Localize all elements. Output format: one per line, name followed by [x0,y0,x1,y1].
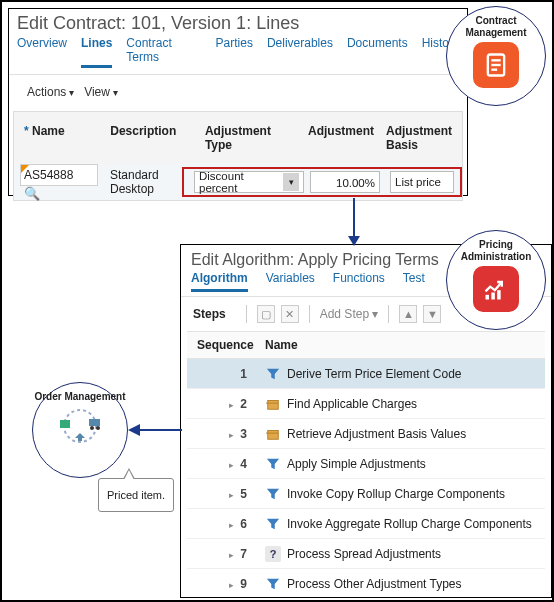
pricing-icon [473,266,519,312]
svg-marker-20 [128,424,140,436]
col-adjustment-type: Adjustment Type [199,120,302,156]
adjustment-basis-field[interactable]: List price [390,171,454,193]
line-description: Standard Desktop [104,164,184,200]
step-name: Invoke Aggregate Rollup Charge Component… [287,517,532,531]
arrow-down-icon [346,198,362,246]
badge-contract-management: Contract Management [446,6,546,106]
search-icon[interactable]: 🔍 [24,186,40,201]
svg-rect-0 [268,400,279,409]
col-description: Description [104,120,199,156]
step-row[interactable]: 1Derive Term Price Element Code [187,359,545,389]
badge-label: Order Management [34,391,125,403]
step-name: Derive Term Price Element Code [287,367,462,381]
svg-rect-13 [89,419,100,426]
step-row[interactable]: ▸4Apply Simple Adjustments [187,449,545,479]
svg-rect-10 [497,290,501,299]
expand-icon[interactable]: ▸ [229,520,234,530]
chevron-down-icon: ▾ [283,173,299,191]
delete-icon[interactable]: ✕ [281,305,299,323]
contract-icon [473,42,519,88]
svg-rect-2 [268,430,279,439]
step-row[interactable]: ▸6Invoke Aggregate Rollup Charge Compone… [187,509,545,539]
badge-label: Pricing Administration [447,239,545,262]
tab-deliverables[interactable]: Deliverables [267,36,333,68]
badge-order-management: Order Management [32,382,128,478]
step-row[interactable]: ▸2Find Applicable Charges [187,389,545,419]
divider [246,305,247,323]
funnel-icon [265,516,281,532]
question-icon: ? [265,546,281,562]
col-step-name: Name [257,332,545,358]
tab-algorithm[interactable]: Algorithm [191,271,248,292]
svg-rect-8 [486,295,490,300]
add-step-menu[interactable]: Add Step ▾ [320,307,379,321]
lines-table-header: * Name Description Adjustment Type Adjus… [14,112,462,164]
expand-icon[interactable]: ▸ [229,490,234,500]
actions-row: Actions View [9,75,467,111]
step-row[interactable]: ▸3Retrieve Adjustment Basis Values [187,419,545,449]
tab-variables[interactable]: Variables [266,271,315,292]
badge-pricing-administration: Pricing Administration [446,230,546,330]
contract-panel: Edit Contract: 101, Version 1: Lines Ove… [8,8,468,196]
steps-label: Steps [193,307,226,321]
step-row[interactable]: ▸9Process Other Adjustment Types [187,569,545,598]
lines-table: * Name Description Adjustment Type Adjus… [13,111,463,201]
svg-point-15 [96,426,100,430]
expand-icon[interactable]: ▸ [229,400,234,410]
svg-rect-12 [60,420,70,428]
tab-functions[interactable]: Functions [333,271,385,292]
step-row[interactable]: ▸7?Process Spread Adjustments [187,539,545,569]
expand-icon[interactable]: ▸ [229,580,234,590]
contract-tabs: Overview Lines Contract Terms Parties De… [9,36,467,75]
arrow-left-icon [128,422,182,438]
contract-title: Edit Contract: 101, Version 1: Lines [9,9,467,36]
detach-icon[interactable]: ▢ [257,305,275,323]
tab-test[interactable]: Test [403,271,425,292]
tab-contract-terms[interactable]: Contract Terms [126,36,201,68]
line-name-field[interactable]: AS54888 [20,164,98,186]
step-row[interactable]: ▸5Invoke Copy Rollup Charge Components [187,479,545,509]
step-name: Apply Simple Adjustments [287,457,426,471]
tab-overview[interactable]: Overview [17,36,67,68]
col-sequence: Sequence [187,332,257,358]
funnel-icon [265,486,281,502]
tab-lines[interactable]: Lines [81,36,112,68]
step-name: Find Applicable Charges [287,397,417,411]
adjustment-type-select[interactable]: Discount percent ▾ [194,171,304,193]
funnel-icon [265,456,281,472]
step-name: Process Other Adjustment Types [287,577,462,591]
tab-parties[interactable]: Parties [216,36,253,68]
table-row: AS54888 🔍 Standard Desktop Discount perc… [14,164,462,200]
expand-icon[interactable]: ▸ [229,550,234,560]
step-name: Invoke Copy Rollup Charge Components [287,487,505,501]
step-name: Process Spread Adjustments [287,547,441,561]
funnel-icon [265,366,281,382]
highlighted-adjustment-box: Discount percent ▾ 10.00% List price [182,167,462,197]
svg-rect-9 [491,293,495,300]
divider [309,305,310,323]
col-adjustment: Adjustment [302,120,380,156]
svg-rect-16 [78,437,82,441]
tab-documents[interactable]: Documents [347,36,408,68]
callout-priced-item: Priced item. [98,478,174,512]
adjustment-value-field[interactable]: 10.00% [310,171,380,193]
move-up-icon[interactable]: ▲ [399,305,417,323]
col-name: Name [32,124,65,138]
steps-table-body: 1Derive Term Price Element Code▸2Find Ap… [181,359,551,598]
divider [388,305,389,323]
step-name: Retrieve Adjustment Basis Values [287,427,466,441]
package-icon [265,426,281,442]
move-down-icon[interactable]: ▼ [423,305,441,323]
package-icon [265,396,281,412]
col-adjustment-basis: Adjustment Basis [380,120,458,156]
expand-icon[interactable]: ▸ [229,430,234,440]
actions-menu[interactable]: Actions [27,85,74,99]
expand-icon[interactable]: ▸ [229,460,234,470]
funnel-icon [265,576,281,592]
svg-point-14 [90,426,94,430]
badge-label: Contract Management [447,15,545,38]
steps-table-header: Sequence Name [187,331,545,359]
view-menu[interactable]: View [84,85,118,99]
order-management-icon [56,406,104,446]
